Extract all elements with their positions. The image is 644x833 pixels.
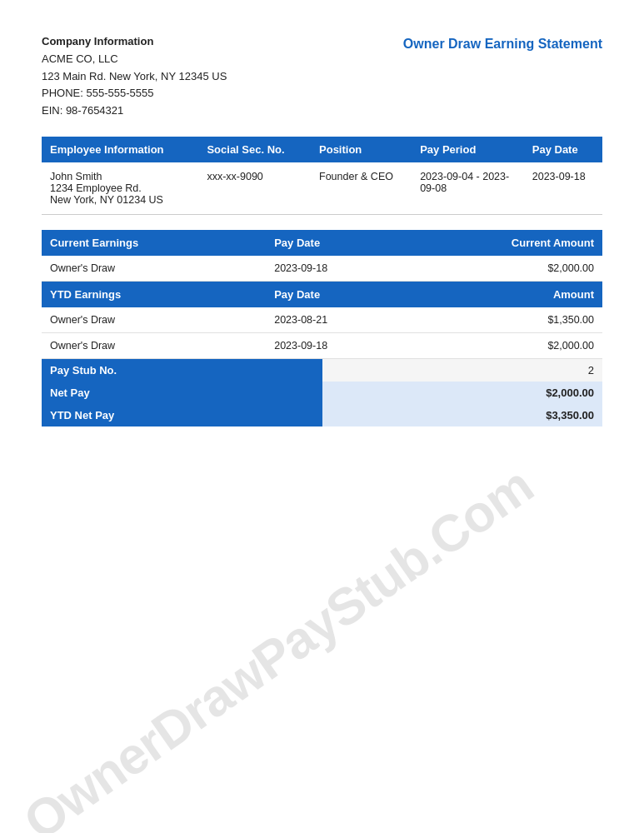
employee-row: John Smith 1234 Employee Rd. New York, N… (42, 162, 602, 215)
net-pay-row: Net Pay $2,000.00 (42, 382, 602, 404)
ytd-net-pay-value: $3,350.00 (322, 404, 603, 426)
header-section: Company Information ACME CO, LLC 123 Mai… (42, 33, 602, 120)
employee-name: John Smith (50, 171, 102, 182)
current-earnings-amount-header: Current Amount (462, 230, 602, 256)
emp-header-info: Employee Information (42, 137, 198, 162)
company-name: ACME CO, LLC (42, 51, 227, 68)
net-pay-label: Net Pay (42, 382, 322, 404)
employee-pay-date: 2023-09-18 (524, 162, 602, 215)
document-page: Company Information ACME CO, LLC 123 Mai… (0, 0, 644, 833)
ytd-date-0: 2023-08-21 (266, 307, 462, 333)
ytd-row-1: Owner's Draw 2023-09-18 $2,000.00 (42, 332, 602, 358)
ytd-amount-1: $2,000.00 (462, 332, 602, 358)
ytd-desc-1: Owner's Draw (42, 332, 266, 358)
ytd-desc-0: Owner's Draw (42, 307, 266, 333)
ytd-amount-0: $1,350.00 (462, 307, 602, 333)
ytd-row-0: Owner's Draw 2023-08-21 $1,350.00 (42, 307, 602, 333)
emp-header-paydate: Pay Date (524, 137, 602, 162)
employee-street: 1234 Employee Rd. (50, 182, 142, 194)
employee-name-address: John Smith 1234 Employee Rd. New York, N… (42, 162, 198, 215)
current-earnings-date-0: 2023-09-18 (266, 256, 462, 282)
company-ein: EIN: 98-7654321 (42, 102, 227, 120)
ytd-earnings-header: YTD Earnings (42, 282, 266, 307)
company-phone: PHONE: 555-555-5555 (42, 85, 227, 102)
emp-header-ssn: Social Sec. No. (198, 137, 311, 162)
emp-header-position: Position (311, 137, 412, 162)
employee-pay-period: 2023-09-04 - 2023-09-08 (412, 162, 524, 215)
employee-table: Employee Information Social Sec. No. Pos… (42, 137, 602, 215)
ytd-earnings-table: YTD Earnings Pay Date Amount Owner's Dra… (42, 282, 602, 359)
stub-number-label: Pay Stub No. (42, 359, 322, 382)
current-earnings-desc-0: Owner's Draw (42, 256, 266, 282)
current-earnings-paydate-header: Pay Date (266, 230, 462, 256)
watermark: OwnerDrawPayStub.Com (12, 456, 543, 833)
ytd-earnings-paydate-header: Pay Date (266, 282, 462, 307)
emp-header-period: Pay Period (412, 137, 524, 162)
company-info: Company Information ACME CO, LLC 123 Mai… (42, 33, 227, 120)
current-earnings-amount-0: $2,000.00 (462, 256, 602, 282)
document-title: Owner Draw Earning Statement (403, 37, 602, 52)
employee-ssn: xxx-xx-9090 (198, 162, 311, 215)
summary-table: Pay Stub No. 2 Net Pay $2,000.00 YTD Net… (42, 359, 602, 426)
ytd-net-pay-row: YTD Net Pay $3,350.00 (42, 404, 602, 426)
net-pay-value: $2,000.00 (322, 382, 603, 404)
current-earnings-table: Current Earnings Pay Date Current Amount… (42, 230, 602, 282)
current-earnings-header: Current Earnings (42, 230, 266, 256)
employee-city: New York, NY 01234 US (50, 194, 163, 206)
current-earnings-row-0: Owner's Draw 2023-09-18 $2,000.00 (42, 256, 602, 282)
ytd-net-pay-label: YTD Net Pay (42, 404, 322, 426)
company-info-label: Company Information (42, 33, 227, 51)
ytd-date-1: 2023-09-18 (266, 332, 462, 358)
stub-number-row: Pay Stub No. 2 (42, 359, 602, 382)
company-address: 123 Main Rd. New York, NY 12345 US (42, 68, 227, 86)
ytd-earnings-amount-header: Amount (462, 282, 602, 307)
document-title-area: Owner Draw Earning Statement (403, 33, 602, 52)
stub-number-value: 2 (322, 359, 603, 382)
employee-position: Founder & CEO (311, 162, 412, 215)
